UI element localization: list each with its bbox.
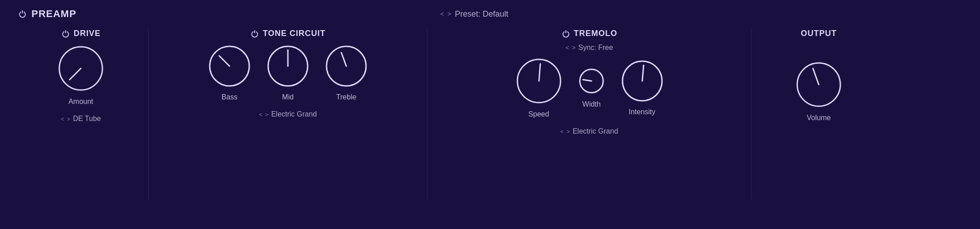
divider-3 (751, 29, 751, 200)
tone-subselector[interactable]: < > Electric Grand (259, 110, 317, 118)
tone-knobs: Bass Mid (207, 44, 369, 101)
section-tone: TONE CIRCUIT (153, 29, 423, 118)
drive-title: DRIVE (74, 29, 101, 38)
tone-title: TONE CIRCUIT (263, 29, 326, 38)
tremolo-title: TREMOLO (574, 29, 618, 38)
knob-volume-wrapper: Volume (794, 60, 843, 122)
tone-power-icon[interactable] (250, 29, 259, 38)
tone-header: TONE CIRCUIT (250, 29, 326, 38)
knob-treble-label: Treble (336, 93, 357, 101)
sync-arrow-left[interactable]: < (565, 44, 569, 51)
preset-arrow-left[interactable]: < (440, 10, 444, 18)
preamp-power-icon[interactable] (18, 9, 27, 18)
knob-speed-wrapper: Speed (514, 56, 564, 118)
tremolo-sub-right[interactable]: > (566, 128, 570, 135)
tone-sub-right[interactable]: > (265, 111, 269, 118)
sync-label: Sync: Free (578, 44, 613, 52)
knob-mid[interactable] (265, 44, 310, 89)
drive-sub-right[interactable]: > (67, 116, 71, 122)
knob-intensity[interactable] (620, 58, 665, 103)
svg-line-9 (539, 64, 540, 81)
svg-line-13 (642, 65, 644, 81)
drive-subselector[interactable]: < > DE Tube (61, 115, 101, 123)
knob-amount-wrapper: Amount (56, 44, 106, 106)
svg-line-15 (813, 68, 819, 85)
tone-sub-left[interactable]: < (259, 111, 263, 118)
drive-sub-label: DE Tube (73, 115, 101, 123)
svg-line-3 (219, 56, 230, 66)
knob-speed-label: Speed (528, 110, 549, 118)
knob-amount-label: Amount (68, 98, 93, 106)
output-knobs: Volume (794, 60, 843, 122)
preset-arrow-right[interactable]: > (448, 10, 451, 18)
tremolo-sub-left[interactable]: < (561, 128, 564, 135)
tremolo-knobs: Speed Width (514, 56, 665, 118)
section-tremolo: TREMOLO < > Sync: Free (432, 29, 746, 135)
divider-1 (148, 29, 149, 200)
svg-line-7 (341, 53, 346, 66)
drive-sub-left[interactable]: < (61, 116, 64, 122)
knob-intensity-label: Intensity (629, 108, 656, 116)
output-header: OUTPUT (801, 29, 837, 38)
knob-width-wrapper: Width (577, 67, 606, 108)
svg-line-1 (70, 68, 81, 80)
section-drive: DRIVE (18, 29, 144, 123)
knob-mid-wrapper: Mid (265, 44, 310, 101)
tremolo-subselector[interactable]: < > Electric Grand (561, 127, 618, 135)
knob-treble[interactable] (324, 44, 369, 89)
knob-width-label: Width (583, 100, 601, 108)
knob-amount[interactable] (56, 44, 106, 93)
knob-speed[interactable] (514, 56, 564, 106)
knob-treble-wrapper: Treble (324, 44, 369, 101)
knob-width[interactable] (577, 67, 606, 96)
drive-header: DRIVE (61, 29, 101, 38)
sections-row: DRIVE (18, 29, 962, 200)
knob-intensity-wrapper: Intensity (620, 58, 665, 116)
knob-bass-wrapper: Bass (207, 44, 252, 101)
knob-mid-label: Mid (282, 93, 294, 101)
output-title: OUTPUT (801, 29, 837, 38)
preamp-label: PREAMP (31, 8, 76, 20)
tremolo-power-icon[interactable] (561, 29, 570, 38)
sync-arrow-right[interactable]: > (572, 44, 575, 51)
tremolo-header: TREMOLO (561, 29, 618, 38)
svg-line-11 (583, 80, 592, 81)
divider-2 (427, 29, 428, 200)
knob-bass[interactable] (207, 44, 252, 89)
drive-knobs: Amount (56, 44, 106, 106)
knob-volume-label: Volume (807, 114, 830, 122)
preamp-title: PREAMP (18, 8, 76, 20)
drive-power-icon[interactable] (61, 29, 70, 38)
top-bar: PREAMP < > Preset: Default (18, 8, 962, 20)
tremolo-sync-row[interactable]: < > Sync: Free (565, 44, 613, 52)
preamp-container: PREAMP < > Preset: Default DRIVE (0, 0, 980, 229)
knob-volume[interactable] (794, 60, 843, 109)
knob-bass-label: Bass (221, 93, 238, 101)
preset-label: Preset: Default (455, 9, 508, 19)
section-output: OUTPUT Volume (756, 29, 882, 129)
preset-selector[interactable]: < > Preset: Default (440, 9, 508, 19)
tremolo-sub-label: Electric Grand (573, 127, 618, 135)
tone-sub-label: Electric Grand (271, 110, 317, 118)
